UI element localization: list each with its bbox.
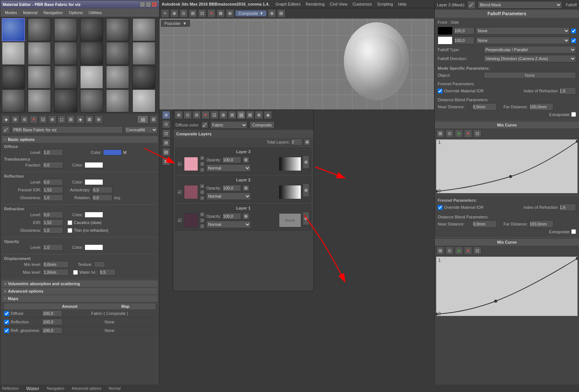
near-dist-spinner[interactable] [473, 103, 497, 111]
maps-refl-gloss-amount[interactable] [42, 327, 62, 334]
populate-button[interactable]: Populate ▼ [161, 20, 190, 27]
layer-1-opacity-btn[interactable]: ⊕ [243, 213, 249, 220]
translucency-color-swatch[interactable] [85, 162, 103, 168]
layer-3-icon-2[interactable]: ⊡ [200, 161, 205, 167]
vp-tool-10[interactable]: ⊞ [277, 9, 285, 17]
reflection-gloss-spinner[interactable] [43, 194, 63, 201]
vp-tool-delete[interactable]: ✕ [207, 9, 216, 17]
layer-2-blend-select[interactable]: Normal [206, 192, 251, 200]
mat-thumb-15[interactable] [54, 66, 77, 89]
mat-thumb-4[interactable] [80, 18, 103, 41]
thin-checkbox[interactable] [68, 228, 72, 233]
mat-thumb-23[interactable] [106, 89, 129, 112]
layer-3-mask-btn[interactable]: ⊕ [303, 155, 309, 169]
total-layers-btn[interactable]: ⊕ [304, 139, 310, 145]
far-dist-spinner-2[interactable] [529, 220, 553, 228]
fp-row2-check[interactable] [571, 38, 576, 43]
mat-thumb-18[interactable] [132, 66, 155, 89]
mat-thumb-6[interactable] [132, 18, 155, 41]
comp-tool-8[interactable]: ▤ [237, 111, 245, 119]
maps-refl-gloss-check[interactable] [4, 328, 9, 333]
layer-3-opacity-btn[interactable]: ⊕ [243, 157, 249, 163]
curve-canvas-1[interactable]: 1 0 [436, 139, 578, 193]
vp-tool-2[interactable]: ⊕ [170, 9, 178, 17]
tool-btn-11[interactable]: ⊕ [95, 115, 103, 123]
layer-2-icon-1[interactable]: ⊕ [200, 184, 205, 189]
diffuse-map-select[interactable]: Fabric [210, 121, 247, 129]
near-dist-spinner-2[interactable] [473, 220, 497, 228]
menu-utilities[interactable]: Utilities [86, 10, 105, 16]
curve-tool-delete[interactable]: ✕ [464, 129, 472, 138]
mat-thumb-20[interactable] [28, 89, 51, 112]
mat-thumb-5[interactable] [106, 18, 129, 41]
layer-1-icon-1[interactable]: ⊕ [200, 212, 205, 217]
tool-btn-1[interactable]: ◈ [2, 115, 10, 123]
comp-tool-7[interactable]: ⊞ [228, 111, 236, 119]
menu-scripting[interactable]: Scripting [375, 1, 395, 7]
fraction-spinner[interactable] [43, 162, 63, 168]
displacement-texture-swatch[interactable] [94, 261, 105, 267]
layer-1-opacity-spinner[interactable] [223, 213, 241, 220]
comp-tool-10[interactable]: ⊕ [255, 111, 263, 119]
right-eyedropper[interactable]: 🖊 [467, 1, 476, 9]
create-selection-button[interactable]: Composite ▼ [235, 10, 267, 17]
comp-tool-3[interactable]: ⊚ [193, 111, 201, 119]
section-maps[interactable]: – Maps [2, 295, 158, 302]
comp-tool-6[interactable]: ⊕ [219, 111, 227, 119]
mat-thumb-21[interactable] [54, 89, 77, 112]
layer-1-swatch[interactable] [184, 213, 198, 227]
layer-1-toggle[interactable]: – [177, 218, 182, 223]
maps-diffuse-check[interactable] [4, 311, 9, 316]
layer-2-swatch[interactable] [184, 185, 198, 199]
override-ior-check-2[interactable] [438, 205, 443, 210]
mat-thumb-12[interactable] [132, 42, 155, 65]
restore-button[interactable]: □ [146, 2, 151, 7]
minimize-button[interactable]: ─ [140, 2, 145, 7]
menu-help[interactable]: Help [396, 1, 409, 7]
side-tool-2[interactable]: ⊙ [162, 120, 170, 128]
layer-3-icon-1[interactable]: ⊕ [200, 155, 205, 161]
comp-tool-2[interactable]: ⊙ [184, 111, 192, 119]
mat-type-select[interactable]: CoronaMtl [124, 126, 158, 134]
fresnel-ior-spinner[interactable] [43, 187, 63, 193]
layer-3-mask[interactable] [279, 157, 301, 171]
composite-button[interactable]: Composite [250, 121, 274, 129]
side-tool-1[interactable]: ⊕ [162, 111, 170, 119]
vp-tool-7[interactable]: ⊠ [217, 9, 225, 17]
far-dist-spinner[interactable] [529, 103, 553, 111]
curve-tool-3[interactable]: ⊕ [455, 129, 463, 138]
vp-tool-1[interactable]: + [161, 9, 169, 17]
opacity-level-spinner[interactable] [43, 244, 63, 251]
layer-2-mask-btn[interactable]: ⊕ [303, 184, 309, 197]
menu-rendering[interactable]: Rendering [303, 1, 327, 7]
fp-swatch-white[interactable] [438, 36, 453, 45]
mat-thumb-22[interactable] [80, 89, 103, 112]
mat-thumb-2[interactable] [28, 18, 51, 41]
tool-btn-7[interactable]: ◻ [57, 115, 66, 123]
menu-options[interactable]: Options [66, 10, 86, 16]
side-tool-3[interactable]: ⊡ [162, 129, 170, 138]
vp-tool-5[interactable]: ⊡ [198, 9, 206, 17]
fp-row2-spinner[interactable] [454, 37, 474, 44]
reflection-level-spinner[interactable] [43, 179, 63, 185]
layer-2-toggle[interactable]: – [177, 190, 182, 195]
fp-swatch-black[interactable] [438, 27, 453, 35]
section-advanced[interactable]: + Advanced options [2, 288, 158, 294]
comp-tool-9[interactable]: ⊠ [246, 111, 254, 119]
layer-2-mask[interactable] [279, 185, 301, 199]
opacity-color-swatch[interactable] [85, 244, 103, 250]
curve-tool-5[interactable]: ⊡ [473, 129, 481, 138]
mat-thumb-24[interactable] [132, 89, 155, 112]
refraction-color-swatch[interactable] [85, 212, 103, 218]
disp-max-spinner[interactable] [43, 269, 69, 276]
index-refraction-spinner[interactable] [559, 87, 576, 95]
curve2-tool-2[interactable]: ⊙ [445, 247, 454, 255]
refraction-level-spinner[interactable] [43, 211, 63, 218]
layer-1-mask-btn[interactable]: ⊕ [303, 212, 309, 225]
comp-tool-11[interactable]: ◈ [264, 111, 272, 119]
tool-btn-13[interactable]: ⊞ [149, 115, 158, 123]
mat-thumb-7[interactable] [2, 42, 25, 65]
layer-2-opacity-btn[interactable]: ⊕ [243, 185, 249, 191]
tool-btn-10[interactable]: ⊠ [85, 115, 93, 123]
close-button[interactable]: ✕ [152, 2, 157, 7]
